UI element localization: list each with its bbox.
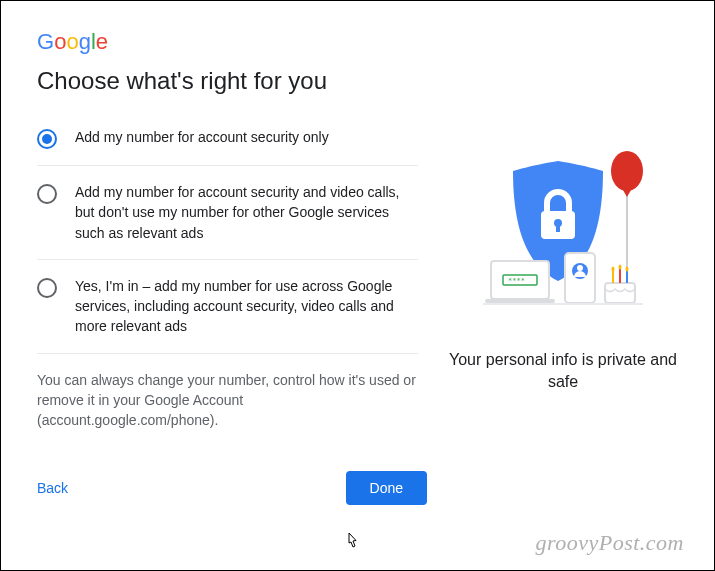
radio-icon (37, 278, 57, 298)
svg-rect-4 (556, 223, 560, 232)
watermark-text: groovyPost.com (535, 530, 684, 556)
radio-icon (37, 129, 57, 149)
google-logo: Google (37, 29, 678, 53)
svg-rect-14 (619, 269, 621, 283)
svg-rect-13 (612, 271, 614, 283)
privacy-illustration: **** (463, 141, 663, 331)
option-label: Yes, I'm in – add my number for use acro… (75, 276, 418, 337)
cursor-icon (343, 531, 361, 558)
svg-text:****: **** (508, 277, 525, 285)
svg-rect-6 (485, 299, 555, 303)
svg-rect-15 (626, 271, 628, 283)
page-title: Choose what's right for you (37, 67, 678, 95)
option-security-only[interactable]: Add my number for account security only (37, 121, 418, 166)
svg-rect-19 (483, 303, 643, 305)
svg-point-17 (619, 265, 622, 270)
radio-icon (37, 184, 57, 204)
svg-rect-12 (605, 283, 635, 303)
option-all-services[interactable]: Yes, I'm in – add my number for use acro… (37, 260, 418, 354)
option-label: Add my number for account security and v… (75, 182, 418, 243)
svg-point-1 (611, 151, 643, 191)
options-list: Add my number for account security only … (37, 121, 418, 431)
svg-point-18 (626, 267, 629, 272)
svg-point-11 (577, 265, 583, 271)
footnote-text: You can always change your number, contr… (37, 354, 418, 431)
back-button[interactable]: Back (37, 480, 68, 496)
done-button[interactable]: Done (346, 471, 427, 505)
illustration-caption: Your personal info is private and safe (448, 349, 678, 394)
svg-point-16 (612, 267, 615, 272)
option-label: Add my number for account security only (75, 127, 329, 147)
option-security-and-video[interactable]: Add my number for account security and v… (37, 166, 418, 260)
